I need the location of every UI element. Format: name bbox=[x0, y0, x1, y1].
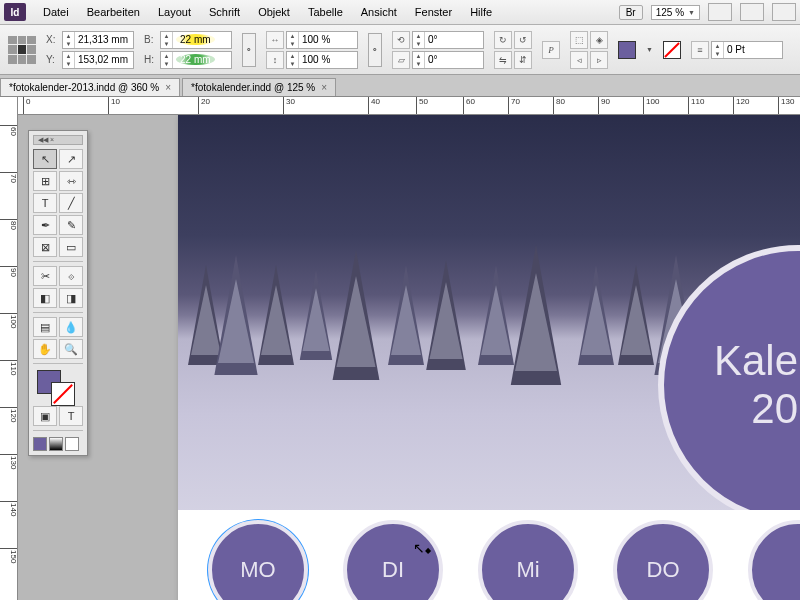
control-bar: X:▲▼21,313 mm Y:▲▼153,02 mm B:▲▼22 mm H:… bbox=[0, 25, 800, 75]
menu-layout[interactable]: Layout bbox=[149, 6, 200, 18]
tools-header[interactable]: ◀◀ × bbox=[33, 135, 83, 145]
gradient-swatch-tool[interactable]: ◧ bbox=[33, 288, 57, 308]
line-tool[interactable]: ╱ bbox=[59, 193, 83, 213]
y-field[interactable]: ▲▼153,02 mm bbox=[62, 51, 134, 69]
flip-v-icon[interactable]: ⇵ bbox=[514, 51, 532, 69]
formatting-container-icon[interactable]: ▣ bbox=[33, 406, 57, 426]
scale-x-icon: ↔ bbox=[266, 31, 284, 49]
stroke-color-icon[interactable] bbox=[51, 382, 75, 406]
winter-image[interactable]: Kalender 2013 bbox=[178, 115, 800, 515]
day-mo[interactable]: MO bbox=[208, 520, 308, 600]
pencil-tool[interactable]: ✎ bbox=[59, 215, 83, 235]
zoom-select[interactable]: 125 %▼ bbox=[651, 5, 700, 20]
title-line1: Kalender bbox=[714, 337, 800, 385]
zoom-tool[interactable]: 🔍 bbox=[59, 339, 83, 359]
rotate-icon: ⟲ bbox=[392, 31, 410, 49]
tab-fotokalender-2013[interactable]: *fotokalender-2013.indd @ 360 %× bbox=[0, 78, 180, 96]
page[interactable]: Kalender 2013 MO DI Mi DO bbox=[178, 115, 800, 600]
page-tool[interactable]: ⊞ bbox=[33, 171, 57, 191]
flip-h-icon[interactable]: ⇋ bbox=[494, 51, 512, 69]
close-icon[interactable]: × bbox=[321, 82, 327, 93]
fill-stroke-proxy[interactable] bbox=[33, 368, 83, 404]
vertical-ruler[interactable]: 60708090100110120130140150 bbox=[0, 97, 18, 600]
tools-panel[interactable]: ◀◀ × ↖ ↗ ⊞ ⇿ T ╱ ✒ ✎ ⊠ ▭ ✂ ⟐ ◧ ◨ ▤ 💧 ✋ 🔍… bbox=[28, 130, 88, 456]
screen-mode-icon[interactable] bbox=[740, 3, 764, 21]
fill-swatch[interactable] bbox=[618, 41, 636, 59]
x-field[interactable]: ▲▼21,313 mm bbox=[62, 31, 134, 49]
day-strip: MO DI Mi DO bbox=[178, 510, 800, 600]
rotate-field[interactable]: ▲▼0° bbox=[412, 31, 484, 49]
document-tabs: *fotokalender-2013.indd @ 360 %× *fotoka… bbox=[0, 75, 800, 97]
stroke-weight-icon: ≡ bbox=[691, 41, 709, 59]
pen-tool[interactable]: ✒ bbox=[33, 215, 57, 235]
reference-point[interactable] bbox=[8, 36, 36, 64]
apply-gradient-icon[interactable] bbox=[49, 437, 63, 451]
prev-object-icon[interactable]: ◃ bbox=[570, 51, 588, 69]
selection-tool[interactable]: ↖ bbox=[33, 149, 57, 169]
menu-objekt[interactable]: Objekt bbox=[249, 6, 299, 18]
menu-ansicht[interactable]: Ansicht bbox=[352, 6, 406, 18]
arrange-icon[interactable] bbox=[772, 3, 796, 21]
view-mode-icon[interactable] bbox=[708, 3, 732, 21]
shear-field[interactable]: ▲▼0° bbox=[412, 51, 484, 69]
day-next[interactable] bbox=[748, 520, 800, 600]
paragraph-icon[interactable]: P bbox=[542, 41, 560, 59]
menu-tabelle[interactable]: Tabelle bbox=[299, 6, 352, 18]
close-icon[interactable]: × bbox=[165, 82, 171, 93]
eyedropper-tool[interactable]: 💧 bbox=[59, 317, 83, 337]
day-do[interactable]: DO bbox=[613, 520, 713, 600]
menu-datei[interactable]: Datei bbox=[34, 6, 78, 18]
menu-bearbeiten[interactable]: Bearbeiten bbox=[78, 6, 149, 18]
rectangle-tool[interactable]: ▭ bbox=[59, 237, 83, 257]
fill-dropdown-icon[interactable]: ▼ bbox=[646, 46, 653, 53]
type-tool[interactable]: T bbox=[33, 193, 57, 213]
constrain-scale-icon[interactable]: ⚬ bbox=[368, 33, 382, 67]
menu-bar: Id Datei Bearbeiten Layout Schrift Objek… bbox=[0, 0, 800, 25]
rectangle-frame-tool[interactable]: ⊠ bbox=[33, 237, 57, 257]
bridge-button[interactable]: Br bbox=[619, 5, 643, 20]
select-content-icon[interactable]: ◈ bbox=[590, 31, 608, 49]
shear-icon: ▱ bbox=[392, 51, 410, 69]
note-tool[interactable]: ▤ bbox=[33, 317, 57, 337]
rotate-ccw-icon[interactable]: ↺ bbox=[514, 31, 532, 49]
rotate-cw-icon[interactable]: ↻ bbox=[494, 31, 512, 49]
scale-y-icon: ↕ bbox=[266, 51, 284, 69]
menu-hilfe[interactable]: Hilfe bbox=[461, 6, 501, 18]
apply-none-icon[interactable] bbox=[65, 437, 79, 451]
app-icon: Id bbox=[4, 3, 26, 21]
menu-fenster[interactable]: Fenster bbox=[406, 6, 461, 18]
gradient-feather-tool[interactable]: ◨ bbox=[59, 288, 83, 308]
hand-tool[interactable]: ✋ bbox=[33, 339, 57, 359]
canvas[interactable]: Kalender 2013 MO DI Mi DO ↖◆ bbox=[18, 115, 800, 600]
direct-selection-tool[interactable]: ↗ bbox=[59, 149, 83, 169]
gap-tool[interactable]: ⇿ bbox=[59, 171, 83, 191]
menu-schrift[interactable]: Schrift bbox=[200, 6, 249, 18]
formatting-text-icon[interactable]: T bbox=[59, 406, 83, 426]
scale-x-field[interactable]: ▲▼100 % bbox=[286, 31, 358, 49]
constrain-wh-icon[interactable]: ⚬ bbox=[242, 33, 256, 67]
day-mi[interactable]: Mi bbox=[478, 520, 578, 600]
next-object-icon[interactable]: ▹ bbox=[590, 51, 608, 69]
stroke-swatch[interactable] bbox=[663, 41, 681, 59]
width-field[interactable]: ▲▼22 mm bbox=[160, 31, 232, 49]
scissors-tool[interactable]: ✂ bbox=[33, 266, 57, 286]
free-transform-tool[interactable]: ⟐ bbox=[59, 266, 83, 286]
scale-y-field[interactable]: ▲▼100 % bbox=[286, 51, 358, 69]
horizontal-ruler[interactable]: 0102030405060708090100110120130140 bbox=[18, 97, 800, 115]
apply-color-icon[interactable] bbox=[33, 437, 47, 451]
title-line2: 2013 bbox=[751, 385, 800, 433]
stroke-weight-field[interactable]: ▲▼0 Pt bbox=[711, 41, 783, 59]
day-di[interactable]: DI bbox=[343, 520, 443, 600]
tab-fotokalender[interactable]: *fotokalender.indd @ 125 %× bbox=[182, 78, 336, 96]
select-container-icon[interactable]: ⬚ bbox=[570, 31, 588, 49]
height-field[interactable]: ▲▼22 mm bbox=[160, 51, 232, 69]
